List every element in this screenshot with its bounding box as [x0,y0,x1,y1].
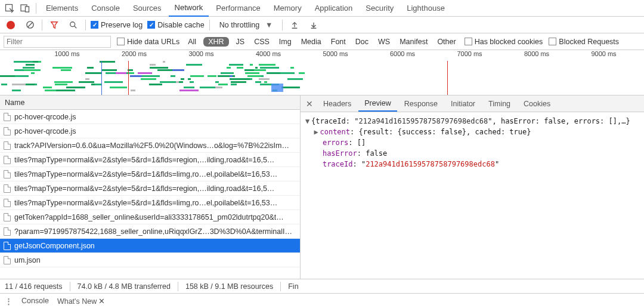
tab-elements[interactable]: Elements [40,0,84,16]
clear-button[interactable] [23,18,37,32]
blocked-requests-checkbox[interactable]: Blocked Requests [549,38,619,46]
status-transferred: 74.0 kB / 4.8 MB transferred [78,282,171,291]
status-requests: 11 / 416 requests [5,282,63,291]
search-icon[interactable] [66,18,80,32]
filter-type-xhr[interactable]: XHR [203,37,228,47]
request-row[interactable]: pc-hover-qrcode.js [0,124,300,138]
drawer-tab-whats-new[interactable]: What's New✕ [57,297,105,306]
tab-lighthouse[interactable]: Lighthouse [401,0,451,16]
main-tabs-bar: Elements Console Sources Network Perform… [0,0,644,17]
details-tab-preview[interactable]: Preview [358,96,397,112]
filter-type-doc[interactable]: Doc [353,37,371,47]
request-name: tiles?mapType=normal&v=2&style=5&rd=1&fl… [14,199,277,207]
svg-line-4 [27,23,32,27]
tab-security[interactable]: Security [360,0,400,16]
filter-type-all[interactable]: All [185,37,199,47]
request-row[interactable]: um.json [0,253,300,267]
tab-network[interactable]: Network [169,0,209,17]
status-finish: Fin [288,282,298,291]
filter-type-css[interactable]: CSS [252,37,272,47]
drawer-tabs: ⋮ Console What's New✕ [0,294,644,308]
drawer-tab-console[interactable]: Console [21,297,49,305]
time-tick: 1000 ms [54,50,79,57]
drawer-toggle-icon[interactable]: ⋮ [5,297,13,306]
time-tick: 8000 ms [524,50,549,57]
filter-bar: Hide data URLs All XHR JS CSS Img Media … [0,33,644,50]
details-tab-initiator[interactable]: Initiator [445,97,481,111]
filter-type-font[interactable]: Font [329,37,348,47]
details-tab-headers[interactable]: Headers [317,97,357,111]
time-tick: 2000 ms [122,50,147,57]
time-tick: 4000 ms [256,50,281,57]
time-tick: 9000 ms [591,50,616,57]
request-row[interactable]: pc-hover-qrcode.js [0,110,300,124]
time-tick: 3000 ms [188,50,213,57]
tab-sources[interactable]: Sources [127,0,168,16]
tab-console[interactable]: Console [85,0,126,16]
details-tab-timing[interactable]: Timing [482,97,516,111]
request-name: pc-hover-qrcode.js [14,113,76,121]
filter-type-media[interactable]: Media [299,37,324,47]
download-har-icon[interactable] [306,18,321,32]
timeline-overview[interactable]: 1000 ms2000 ms3000 ms4000 ms5000 ms6000 … [0,50,644,96]
preview-content: ▼{traceId: "212a941d16159578758797698edc… [301,112,644,279]
filter-input[interactable] [4,36,111,48]
filter-type-other[interactable]: Other [435,37,458,47]
filter-type-ws[interactable]: WS [376,37,392,47]
request-list-panel: Name pc-hover-qrcode.jspc-hover-qrcode.j… [0,96,301,279]
request-name: tiles?mapType=normal&v=2&style=5&rd=1&fl… [14,184,274,193]
request-name: ?param=9719957875422,1688_seller_online,… [14,227,292,236]
network-toolbar: ✓Preserve log ✓Disable cache No throttli… [0,17,644,33]
request-row[interactable]: tiles?mapType=normal&v=2&style=5&rd=1&fl… [0,196,300,210]
disable-cache-checkbox[interactable]: ✓Disable cache [147,21,205,29]
tab-application[interactable]: Application [309,0,359,16]
preserve-log-checkbox[interactable]: ✓Preserve log [91,21,143,29]
svg-rect-2 [26,7,29,12]
details-tab-response[interactable]: Response [398,97,444,111]
request-name: tiles?mapType=normal&v=2&style=5&rd=1&fl… [14,170,277,178]
request-row[interactable]: getJsonComponent.json [0,239,300,253]
status-resources: 158 kB / 9.1 MB resources [185,282,273,291]
time-tick: 7000 ms [457,50,482,57]
tab-performance[interactable]: Performance [210,0,266,16]
request-row[interactable]: tiles?mapType=normal&v=2&style=5&rd=1&fl… [0,153,300,167]
upload-har-icon[interactable] [287,18,302,32]
filter-type-img[interactable]: Img [277,37,294,47]
request-row[interactable]: track?APIVersion=0.6.0&ua=Mozilla%2F5.0%… [0,138,300,153]
filter-type-manifest[interactable]: Manifest [397,37,430,47]
request-name: pc-hover-qrcode.js [14,127,76,135]
time-tick: 5000 ms [323,50,348,57]
filter-icon[interactable] [47,18,61,32]
request-row[interactable]: ?param=9719957875422,1688_seller_online,… [0,224,300,239]
request-name: getToken?appId=1688_seller_online&userId… [14,213,284,221]
has-blocked-cookies-checkbox[interactable]: Has blocked cookies [465,38,543,46]
request-details-panel: ✕ Headers Preview Response Initiator Tim… [301,96,644,279]
inspect-icon[interactable] [2,1,17,16]
request-name: getJsonComponent.json [14,242,95,250]
time-tick: 6000 ms [390,50,415,57]
close-details-icon[interactable]: ✕ [303,99,316,109]
throttling-select[interactable]: No throttling▼ [215,21,278,29]
details-tab-cookies[interactable]: Cookies [518,97,556,111]
request-row[interactable]: tiles?mapType=normal&v=2&style=5&rd=1&fl… [0,181,300,196]
hide-data-urls-checkbox[interactable]: Hide data URLs [117,38,179,46]
record-button[interactable] [4,18,18,32]
column-header-name[interactable]: Name [0,96,300,110]
svg-point-5 [70,21,75,26]
device-toggle-icon[interactable] [18,1,32,16]
request-name: tiles?mapType=normal&v=2&style=5&rd=1&fl… [14,156,274,164]
status-bar: 11 / 416 requests 74.0 kB / 4.8 MB trans… [0,279,644,294]
request-name: um.json [14,256,41,264]
tab-memory[interactable]: Memory [268,0,308,16]
request-name: track?APIVersion=0.6.0&ua=Mozilla%2F5.0%… [14,141,289,150]
svg-line-6 [75,26,77,28]
request-row[interactable]: getToken?appId=1688_seller_online&userId… [0,210,300,224]
request-row[interactable]: tiles?mapType=normal&v=2&style=5&rd=1&fl… [0,167,300,181]
filter-type-js[interactable]: JS [234,37,247,47]
